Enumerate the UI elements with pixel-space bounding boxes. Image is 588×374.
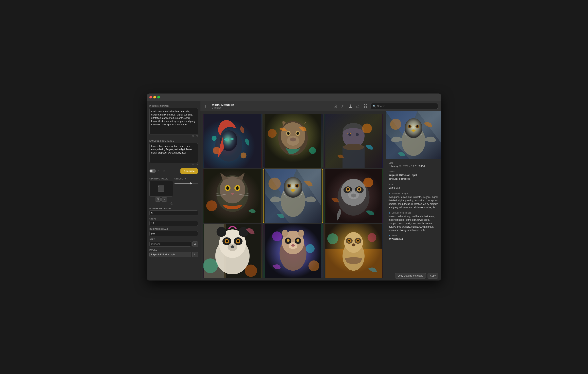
share-button[interactable] bbox=[355, 103, 361, 109]
svg-point-120 bbox=[368, 233, 377, 242]
exclude-textarea[interactable]: lowres, bad anatomy, bad hands, text, er… bbox=[149, 143, 198, 163]
image-cell-9[interactable] bbox=[324, 224, 383, 278]
svg-point-59 bbox=[284, 177, 302, 198]
magic-button[interactable] bbox=[340, 103, 346, 109]
model-row: Inkpunk-Diffusion_split... ↻ bbox=[149, 252, 198, 257]
image-cell-1[interactable] bbox=[203, 114, 262, 168]
detail-model-value: Inkpunk-Diffusion_split-einsum_compiled bbox=[388, 173, 438, 181]
detail-model-label: Model bbox=[388, 170, 438, 173]
detail-include-field: ⊕ Include in Image nvinkpunk, falcon bir… bbox=[388, 192, 438, 209]
content-area: Mochi Diffusion 9 images bbox=[200, 101, 441, 281]
svg-point-53 bbox=[206, 200, 217, 211]
image-controls: 🖼 ✕ bbox=[149, 197, 173, 202]
image-cell-6[interactable] bbox=[324, 169, 383, 223]
grid-view-button[interactable] bbox=[362, 103, 368, 109]
detail-include-label: ⊕ Include in Image bbox=[388, 192, 438, 195]
detail-date-field: Date February 28, 2023 at 10:23:33 PM bbox=[388, 162, 438, 168]
guidance-scale-label: Guidance Scale bbox=[149, 228, 198, 230]
image-cell-4[interactable] bbox=[203, 169, 262, 223]
close-button[interactable] bbox=[149, 96, 152, 99]
svg-point-21 bbox=[230, 138, 234, 140]
include-textarea[interactable]: nvinkpunk, meerkat animal, intricate, el… bbox=[149, 108, 198, 135]
include-circle-icon: ⊕ bbox=[388, 192, 390, 195]
generate-button[interactable]: Generate bbox=[180, 168, 198, 174]
svg-point-73 bbox=[358, 188, 360, 190]
svg-point-116 bbox=[348, 240, 350, 242]
hd-generate-row: ✦ HD Generate bbox=[149, 168, 198, 174]
seed-row: ⇄ bbox=[149, 241, 198, 247]
info-section: ⓘ bbox=[149, 202, 173, 205]
minimize-button[interactable] bbox=[153, 96, 156, 99]
svg-point-34 bbox=[268, 129, 277, 138]
svg-rect-2 bbox=[207, 106, 209, 106]
detail-include-value: nvinkpunk, falcon bird, intricate, elega… bbox=[388, 196, 438, 209]
starting-image-box[interactable]: ⬛ bbox=[149, 181, 173, 197]
main-layout: Include in Image nvinkpunk, meerkat anim… bbox=[147, 101, 441, 281]
grid-and-detail: Date February 28, 2023 at 10:23:33 PM Mo… bbox=[200, 111, 441, 281]
download-button[interactable] bbox=[347, 103, 354, 109]
svg-point-87 bbox=[237, 240, 239, 242]
model-label: Model bbox=[149, 249, 198, 251]
svg-point-88 bbox=[216, 227, 226, 237]
detail-date-label: Date bbox=[388, 162, 438, 164]
svg-point-35 bbox=[309, 147, 316, 154]
model-refresh-button[interactable]: ↻ bbox=[192, 252, 198, 257]
copy-options-button[interactable]: Copy Options to Sidebar bbox=[395, 273, 426, 278]
svg-rect-12 bbox=[349, 107, 352, 108]
svg-point-89 bbox=[239, 227, 249, 237]
svg-rect-14 bbox=[366, 105, 367, 106]
svg-point-92 bbox=[203, 259, 218, 273]
strength-label: Strength bbox=[175, 178, 198, 180]
starting-image-label: Starting Image bbox=[149, 178, 173, 180]
shuffle-button[interactable]: ⇄ bbox=[192, 241, 198, 247]
exclude-label: Exclude from Image bbox=[149, 140, 198, 142]
detail-seed-field: ⊕ Seed 3374878148 bbox=[388, 234, 438, 241]
sidebar: Include in Image nvinkpunk, meerkat anim… bbox=[147, 101, 200, 281]
detail-image bbox=[386, 111, 441, 159]
svg-point-44 bbox=[220, 176, 245, 203]
svg-point-75 bbox=[348, 190, 359, 199]
model-select[interactable]: Inkpunk-Diffusion_split... bbox=[149, 252, 191, 257]
seed-input[interactable] bbox=[149, 241, 191, 247]
detail-footer: Copy Options to Sidebar Copy bbox=[386, 271, 441, 281]
num-images-label: Number of Images bbox=[149, 207, 198, 209]
traffic-lights bbox=[149, 96, 160, 99]
svg-rect-5 bbox=[335, 105, 336, 105]
maximize-button[interactable] bbox=[157, 96, 160, 99]
svg-point-24 bbox=[212, 136, 217, 141]
svg-point-107 bbox=[308, 261, 319, 271]
copy-button[interactable]: Copy bbox=[428, 273, 438, 278]
image-clear-btn[interactable]: ✕ bbox=[161, 197, 167, 202]
image-cell-8[interactable] bbox=[263, 224, 323, 278]
svg-point-40 bbox=[356, 133, 359, 136]
detail-seed-label: ⊕ Seed bbox=[388, 234, 438, 237]
collection-title: Mochi Diffusion bbox=[212, 103, 234, 106]
svg-point-76 bbox=[363, 177, 373, 187]
image-upload-btn[interactable]: 🖼 bbox=[155, 197, 161, 202]
exclude-char-count: 64 / 75 bbox=[149, 164, 198, 165]
exclude-circle-icon: ⊕ bbox=[388, 211, 390, 214]
collection-info: Mochi Diffusion 9 images bbox=[212, 103, 234, 109]
magic-wand-icon: ✦ bbox=[158, 169, 160, 173]
image-cell-7[interactable] bbox=[203, 224, 262, 278]
guidance-scale-input[interactable]: 9.0 bbox=[149, 231, 198, 236]
include-char-count: 57 / 75 bbox=[149, 135, 198, 137]
svg-point-47 bbox=[226, 186, 229, 190]
svg-point-131 bbox=[390, 119, 401, 130]
app-window: Include in Image nvinkpunk, meerkat anim… bbox=[147, 93, 441, 281]
image-cell-2[interactable] bbox=[263, 114, 323, 168]
sidebar-toggle-button[interactable] bbox=[204, 103, 210, 109]
detail-exclude-field: ⊕ Exclude from Image lowres, bad anatomy… bbox=[388, 211, 438, 232]
svg-point-11 bbox=[341, 107, 342, 107]
svg-point-100 bbox=[296, 239, 299, 242]
hd-toggle[interactable] bbox=[149, 169, 156, 173]
strength-slider[interactable] bbox=[175, 182, 198, 184]
image-grid bbox=[200, 111, 386, 281]
image-cell-3[interactable] bbox=[324, 114, 383, 168]
search-input[interactable] bbox=[377, 105, 436, 108]
image-cell-5[interactable] bbox=[263, 169, 323, 223]
steps-input[interactable]: 12 bbox=[149, 221, 198, 226]
include-label: Include in Image bbox=[149, 105, 198, 107]
num-images-input[interactable]: 9 bbox=[149, 210, 198, 216]
delete-button[interactable] bbox=[332, 103, 338, 109]
